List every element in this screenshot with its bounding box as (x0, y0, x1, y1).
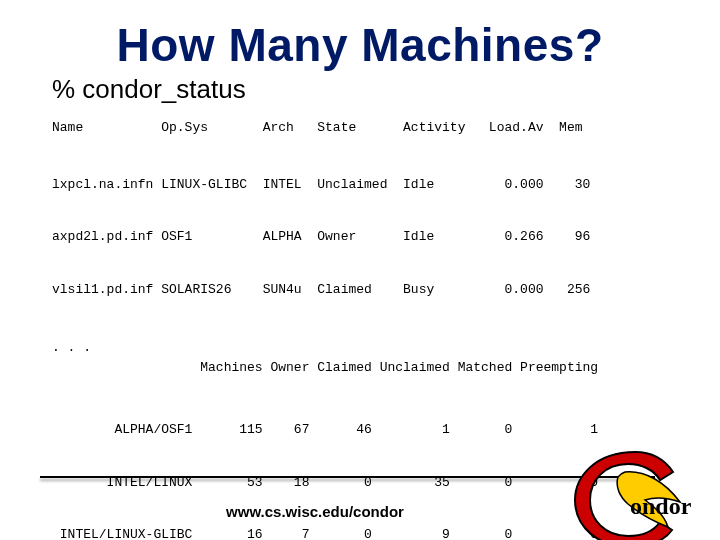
logo-text: ondor (630, 493, 692, 519)
ellipsis: . . . (52, 340, 720, 355)
table-row: lxpcl.na.infn LINUX-GLIBC INTEL Unclaime… (52, 176, 720, 194)
host-table: lxpcl.na.infn LINUX-GLIBC INTEL Unclaime… (52, 141, 720, 334)
summary-header-row: Machines Owner Claimed Unclaimed Matched… (52, 359, 720, 377)
table-row: ALPHA/OSF1 115 67 46 1 0 1 (52, 421, 720, 439)
table-row: axpd2l.pd.inf OSF1 ALPHA Owner Idle 0.26… (52, 228, 720, 246)
table-row: vlsil1.pd.inf SOLARIS26 SUN4u Claimed Bu… (52, 281, 720, 299)
host-header-row: Name Op.Sys Arch State Activity Load.Av … (52, 119, 720, 137)
condor-logo: ondor (570, 442, 710, 540)
slide: How Many Machines? % condor_status Name … (0, 18, 720, 540)
divider-line (40, 476, 655, 478)
condor-logo-svg: ondor (570, 442, 710, 540)
footer-url: www.cs.wisc.edu/condor (0, 503, 630, 520)
slide-title: How Many Machines? (40, 18, 680, 72)
command-line: % condor_status (52, 74, 720, 105)
